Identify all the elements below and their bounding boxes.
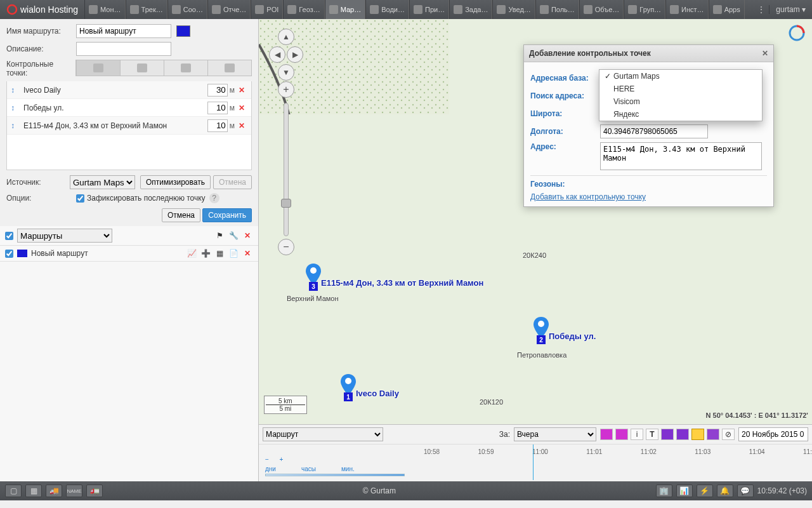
routes-check-all[interactable] [5,232,13,240]
nav-tab-7[interactable]: Води… [365,0,409,19]
addrbase-option[interactable]: ✓Gurtam Maps [599,70,762,83]
addrbase-option[interactable]: Visicom [599,95,762,108]
pan-down-icon[interactable]: ▼ [278,64,294,81]
optimize-button[interactable]: Оптимизировать [140,175,211,189]
timeline-tick: 11:04 [749,448,765,455]
tl-zoom-out-icon[interactable] [600,429,613,440]
vehicle-label-icon[interactable]: NAME [66,485,82,497]
cancel-opt-button[interactable]: Отмена [213,175,252,189]
view-mode2-icon[interactable]: ▦ [25,485,42,497]
nav-tab-5[interactable]: Геоз… [283,0,324,19]
tl-grid-icon[interactable] [676,429,689,440]
place-label: Петропавловка [517,351,566,359]
route-name-input[interactable] [76,24,171,38]
cp-unit: м [230,121,235,130]
link-icon [137,64,147,72]
route-item-checkbox[interactable] [5,250,13,258]
add-as-checkpoint-link[interactable]: Добавить как контрольную точку [530,192,646,201]
route-item-name[interactable]: Новый маршрут [31,249,88,258]
tl-rect2-icon[interactable] [707,429,719,440]
vehicle2-icon[interactable]: 🚛 [86,485,103,497]
tl-seg-icon[interactable] [661,429,674,440]
addrbase-option[interactable]: Яндекс [599,108,762,121]
grid-icon[interactable]: ▦ [214,248,225,258]
track-period-select[interactable]: Вчера [514,427,596,441]
chart-icon[interactable]: 📈 [186,248,197,258]
close-icon[interactable]: ✕ [762,49,768,58]
nav-tab-3[interactable]: Отче… [207,0,251,19]
status-icon1[interactable]: 🏢 [656,485,672,497]
user-menu[interactable]: gurtam ▾ [769,5,812,14]
status-icon3[interactable]: ⚡ [697,485,713,497]
add-flag-icon[interactable]: ➕ [200,248,211,258]
zoom-out-button[interactable]: − [278,239,294,255]
nav-tab-10[interactable]: Увед… [492,0,535,19]
delete-route-icon[interactable]: ✕ [242,248,253,258]
tl-text-icon[interactable]: T [646,429,658,440]
nav-tab-15[interactable]: Apps [709,0,745,19]
status-icon2[interactable]: 📊 [676,485,693,497]
wrench-icon[interactable]: 🔧 [228,231,239,241]
route-color-swatch[interactable] [176,25,190,37]
tl-info-icon[interactable]: i [631,429,643,440]
copy-icon[interactable]: 📄 [228,248,239,258]
pan-right-icon[interactable]: ▶ [287,46,303,63]
drag-icon[interactable]: ↕ [11,121,20,130]
help-icon[interactable]: ? [209,193,219,203]
nav-tab-11[interactable]: Поль… [535,0,579,19]
cancel-button[interactable]: Отмена [162,208,200,222]
flag-icon[interactable]: ⚑ [214,231,225,241]
status-icon5[interactable]: 💬 [737,485,754,497]
source-select[interactable]: Gurtam Maps [70,175,135,189]
track-date-field[interactable] [738,427,808,441]
tl-clear-icon[interactable]: ⊘ [722,429,735,440]
tl-rect1-icon[interactable] [691,429,704,440]
address-input[interactable]: Е115-м4 Дон, 3.43 км от Верхний Мамон [600,142,762,170]
nav-tab-14[interactable]: Инст… [665,0,709,19]
delete-all-icon[interactable]: ✕ [242,231,253,241]
status-icon4[interactable]: 🔔 [717,485,733,497]
nav-tab-2[interactable]: Соо… [167,0,207,19]
cp-radius-input[interactable] [207,102,228,114]
drag-icon[interactable]: ↕ [11,104,20,112]
cp-radius-input[interactable] [207,84,228,97]
tl-zoom-in-icon[interactable] [615,429,628,440]
pan-left-icon[interactable]: ◀ [269,46,285,63]
building-icon [93,64,103,72]
drag-icon[interactable]: ↕ [11,86,20,95]
addrbase-label: Адресная база: [530,74,600,83]
nav-tab-0[interactable]: Мон… [84,0,125,19]
cp-delete-icon[interactable]: ✕ [239,104,247,112]
place-label: 20К240 [523,251,546,259]
zoom-slider[interactable] [284,103,289,236]
nav-tab-1[interactable]: Трек… [126,0,167,19]
route-desc-input[interactable] [76,42,171,56]
menu-more-icon[interactable]: ⋮ [754,5,769,14]
cp-delete-icon[interactable]: ✕ [239,86,247,95]
cp-delete-icon[interactable]: ✕ [239,121,247,130]
nav-tab-12[interactable]: Объе… [579,0,624,19]
vehicle1-icon[interactable]: 🚚 [46,485,62,497]
timeline-now-marker [533,444,534,480]
save-button[interactable]: Сохранить [202,208,252,222]
cp-tab-geofence[interactable] [207,60,251,76]
routes-filter-select[interactable]: Маршруты [17,229,112,243]
nav-tab-4[interactable]: POI [251,0,283,19]
cp-radius-input[interactable] [207,119,228,132]
nav-tab-8[interactable]: При… [409,0,449,19]
footer-time: 10:59:42 (+03) [757,486,807,495]
track-route-select[interactable]: Маршрут [263,427,383,441]
cp-tab-poi[interactable] [164,60,207,76]
cp-tab-map[interactable] [76,60,120,76]
view-mode1-icon[interactable]: ▢ [5,485,22,497]
lat-label: Широта: [530,109,600,118]
lon-input[interactable] [600,124,708,138]
zoom-in-button[interactable]: + [278,81,294,98]
nav-tab-13[interactable]: Груп… [624,0,665,19]
nav-tab-6[interactable]: Мар… [325,0,366,19]
addrbase-option[interactable]: HERE [599,83,762,95]
fix-last-checkbox[interactable] [76,194,84,203]
nav-tab-9[interactable]: Зада… [449,0,492,19]
cp-tab-link[interactable] [120,60,164,76]
pan-up-icon[interactable]: ▲ [278,29,294,45]
